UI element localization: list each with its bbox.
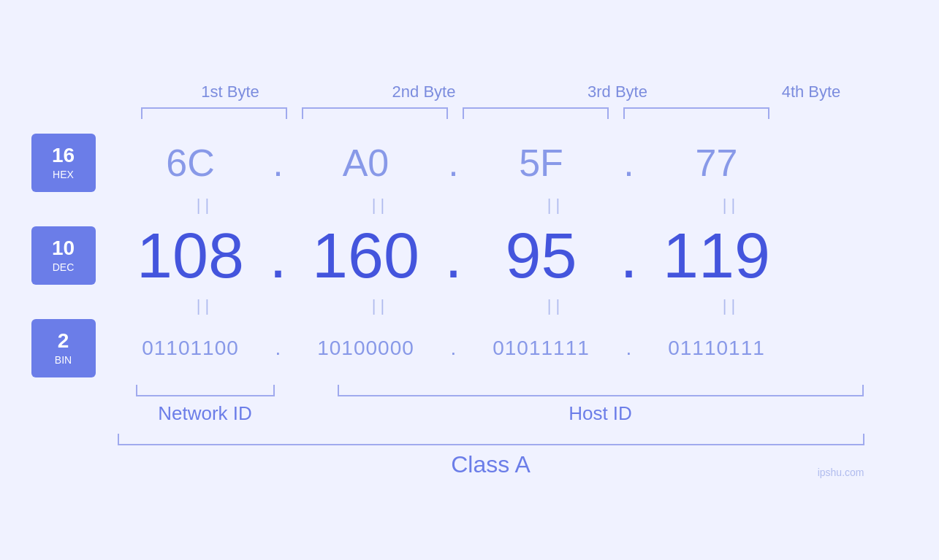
hex-dot-1: . [264, 141, 293, 185]
eq-4: || [644, 196, 819, 215]
equals-row-1: || || || || [31, 192, 908, 218]
equals-row-2: || || || || [31, 293, 908, 319]
host-id-section: Host ID [293, 385, 908, 425]
dec-badge: 10 DEC [31, 226, 96, 285]
bin-base-label: BIN [55, 354, 72, 366]
dec-val-2: 160 [293, 218, 439, 293]
dec-values: 108 . 160 . 95 . 119 [118, 218, 908, 293]
byte-labels-row: 1st Byte 2nd Byte 3rd Byte 4th Byte [134, 83, 908, 101]
byte-label-4: 4th Byte [738, 83, 884, 101]
bin-row: 2 BIN 01101100 . 10100000 . 01011111 . [31, 319, 908, 377]
bin-val-4: 01110111 [644, 337, 790, 360]
bracket-4 [623, 107, 769, 119]
hex-base-label: HEX [53, 169, 74, 180]
eq-8: || [644, 296, 819, 315]
eq-5: || [118, 296, 293, 315]
dec-dot-1: . [264, 218, 293, 293]
eq-2: || [293, 196, 468, 215]
bracket-1 [141, 107, 287, 119]
bin-badge: 2 BIN [31, 319, 96, 377]
host-id-label: Host ID [569, 402, 632, 425]
eq-1: || [118, 196, 293, 215]
dec-val-1: 108 [118, 218, 264, 293]
dec-val-3: 95 [468, 218, 615, 293]
class-bracket [118, 434, 864, 445]
class-section: Class A ipshu.com [118, 434, 908, 478]
bin-dot-1: . [264, 337, 293, 360]
class-label: Class A ipshu.com [118, 451, 864, 478]
bin-dot-2: . [439, 337, 468, 360]
dec-val-4: 119 [644, 218, 790, 293]
hex-row: 16 HEX 6C . A0 . 5F . 77 [31, 134, 908, 192]
watermark: ipshu.com [818, 467, 864, 478]
dec-base-label: DEC [53, 261, 75, 273]
bin-val-3: 01011111 [468, 337, 615, 360]
bin-val-1: 01101100 [118, 337, 264, 360]
hex-base-number: 16 [52, 145, 75, 166]
network-id-section: Network ID [118, 385, 293, 425]
bin-base-number: 2 [58, 331, 69, 351]
host-bracket [338, 385, 864, 396]
byte-label-2: 2nd Byte [351, 83, 497, 101]
bin-val-2: 10100000 [293, 337, 439, 360]
network-id-label: Network ID [158, 402, 252, 425]
bin-values: 01101100 . 10100000 . 01011111 . 0111011… [118, 337, 908, 360]
top-brackets [134, 107, 908, 119]
network-bracket [136, 385, 275, 396]
hex-dot-3: . [615, 141, 644, 185]
dec-dot-2: . [439, 218, 468, 293]
bracket-2 [302, 107, 448, 119]
dec-row: 10 DEC 108 . 160 . 95 . 119 [31, 218, 908, 293]
main-container: 1st Byte 2nd Byte 3rd Byte 4th Byte 16 H… [31, 83, 908, 478]
network-host-section: Network ID Host ID [118, 385, 908, 425]
hex-val-2: A0 [293, 141, 439, 185]
hex-values: 6C . A0 . 5F . 77 [118, 141, 908, 185]
byte-label-3: 3rd Byte [544, 83, 691, 101]
hex-badge: 16 HEX [31, 134, 96, 192]
byte-label-1: 1st Byte [157, 83, 303, 101]
eq-7: || [468, 296, 644, 315]
dec-base-number: 10 [52, 238, 75, 258]
hex-val-4: 77 [644, 141, 790, 185]
eq-6: || [293, 296, 468, 315]
eq-3: || [468, 196, 644, 215]
dec-dot-3: . [615, 218, 644, 293]
hex-val-1: 6C [118, 141, 264, 185]
bracket-3 [463, 107, 609, 119]
hex-val-3: 5F [468, 141, 615, 185]
hex-dot-2: . [439, 141, 468, 185]
bin-dot-3: . [615, 337, 644, 360]
